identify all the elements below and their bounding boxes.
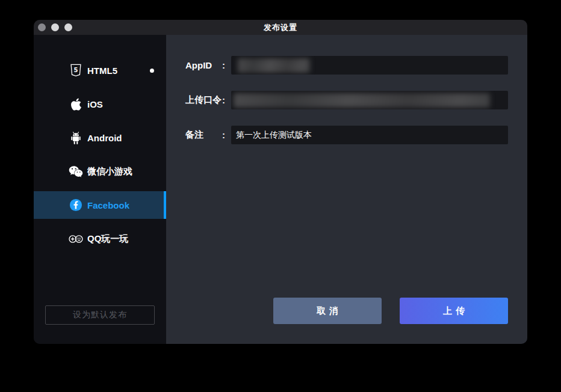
window-controls — [38, 20, 72, 35]
sidebar-item-label: iOS — [87, 99, 103, 109]
svg-text:5: 5 — [74, 67, 78, 73]
remark-value: 第一次上传测试版本 — [236, 130, 312, 141]
desktop-background: 发布设置 5 HTML5 — [0, 0, 561, 392]
appid-input[interactable] — [231, 56, 508, 75]
upload-token-input[interactable] — [231, 91, 508, 109]
minimize-window-button[interactable] — [51, 23, 59, 31]
facebook-icon — [69, 198, 83, 212]
apple-icon — [69, 97, 83, 111]
redacted-token-value — [234, 93, 490, 108]
unsaved-dot-indicator — [150, 69, 154, 73]
wechat-icon — [69, 165, 83, 178]
dialog-footer: 取消 上传 — [273, 298, 508, 324]
remark-input[interactable]: 第一次上传测试版本 — [231, 126, 508, 144]
qq-play-icon — [69, 234, 83, 243]
sidebar-item-label: HTML5 — [87, 66, 117, 76]
sidebar-item-ios[interactable]: iOS — [34, 90, 166, 118]
redacted-appid-value — [238, 58, 310, 73]
sidebar-item-qq-play[interactable]: QQ玩一玩 — [34, 225, 166, 253]
field-label-text: AppID — [185, 60, 212, 70]
form-row-upload-token: 上传口令 : — [185, 91, 508, 109]
upload-token-label: 上传口令 : — [185, 94, 225, 106]
set-default-publish-button[interactable]: 设为默认发布 — [45, 305, 155, 325]
html5-icon: 5 — [69, 64, 83, 77]
sidebar-item-html5[interactable]: 5 HTML5 — [34, 57, 166, 84]
form-row-remark: 备注 : 第一次上传测试版本 — [185, 126, 508, 144]
field-label-text: 上传口令 — [185, 94, 222, 106]
cancel-button[interactable]: 取消 — [273, 298, 382, 324]
sidebar-item-label: Android — [87, 133, 122, 143]
android-icon — [69, 131, 83, 145]
window-titlebar[interactable]: 发布设置 — [34, 20, 527, 35]
remark-label: 备注 : — [185, 129, 225, 141]
field-colon: : — [222, 130, 225, 140]
sidebar-item-android[interactable]: Android — [34, 124, 166, 152]
field-label-text: 备注 — [185, 129, 203, 141]
window-title: 发布设置 — [34, 20, 527, 35]
publish-form-panel: AppID : 上传口令 : — [166, 35, 527, 344]
sidebar-item-label: QQ玩一玩 — [87, 233, 128, 245]
zoom-window-button[interactable] — [64, 23, 72, 31]
window-body: 5 HTML5 iOS — [34, 35, 527, 344]
sidebar-item-label: 微信小游戏 — [87, 166, 132, 177]
field-colon: : — [222, 60, 225, 70]
platform-sidebar: 5 HTML5 iOS — [34, 35, 166, 344]
sidebar-item-facebook[interactable]: Facebook — [34, 191, 166, 219]
close-window-button[interactable] — [38, 23, 46, 31]
sidebar-item-label: Facebook — [87, 200, 129, 210]
appid-label: AppID : — [185, 60, 225, 70]
upload-button[interactable]: 上传 — [400, 298, 508, 324]
sidebar-item-wechat-minigame[interactable]: 微信小游戏 — [34, 158, 166, 185]
field-colon: : — [222, 95, 225, 105]
publish-settings-window: 发布设置 5 HTML5 — [34, 20, 527, 344]
form-row-appid: AppID : — [185, 56, 508, 75]
